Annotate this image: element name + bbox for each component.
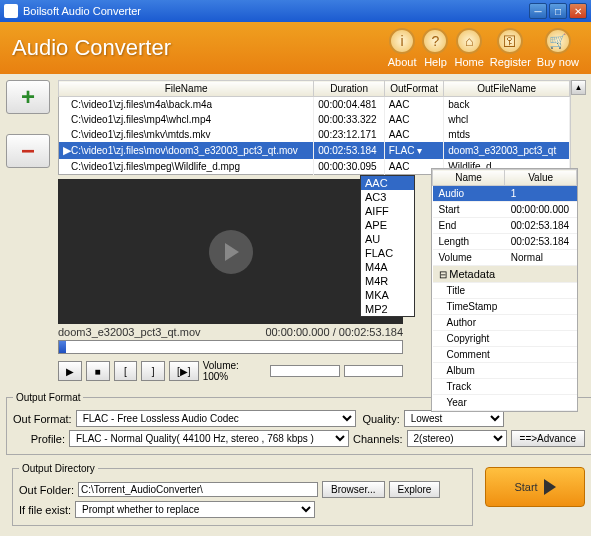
col-outfilename[interactable]: OutFileName <box>444 81 570 97</box>
mark-out-button[interactable]: ] <box>141 361 165 381</box>
browser-button[interactable]: Browser... <box>322 481 384 498</box>
stop-button[interactable]: ■ <box>86 361 110 381</box>
header-register-button[interactable]: ⚿Register <box>490 28 531 68</box>
table-scrollbar[interactable]: ▲ <box>570 80 585 175</box>
col-filename[interactable]: FileName <box>59 81 314 97</box>
maximize-button[interactable]: □ <box>549 3 567 19</box>
advance-button[interactable]: ==>Advance <box>511 430 585 447</box>
titlebar-text: Boilsoft Audio Converter <box>23 5 529 17</box>
format-option[interactable]: AU <box>361 232 414 246</box>
play-overlay-icon[interactable] <box>209 230 253 274</box>
prop-row[interactable]: Comment <box>433 347 577 363</box>
explore-button[interactable]: Explore <box>389 481 441 498</box>
table-row[interactable]: C:\video1\zj.files\m4a\back.m4a00:00:04.… <box>59 97 570 113</box>
table-row[interactable]: C:\video1\zj.files\mp4\whcl.mp400:00:33.… <box>59 112 570 127</box>
outfolder-input[interactable] <box>78 482 318 497</box>
quality-label: Quality: <box>360 413 400 425</box>
prop-group-metadata[interactable]: ⊟ Metadata <box>433 266 577 283</box>
add-file-button[interactable]: + <box>6 80 50 114</box>
current-file-label: doom3_e32003_pct3_qt.mov <box>58 326 201 338</box>
minimize-button[interactable]: ─ <box>529 3 547 19</box>
home-icon: ⌂ <box>456 28 482 54</box>
prop-row-volume[interactable]: VolumeNormal <box>433 250 577 266</box>
start-arrow-icon <box>544 479 556 495</box>
outfolder-label: Out Folder: <box>19 484 74 496</box>
prop-row-audio[interactable]: Audio1 <box>433 186 577 202</box>
prop-row[interactable]: Year <box>433 395 577 411</box>
prop-row[interactable]: Copyright <box>433 331 577 347</box>
header-help-button[interactable]: ?Help <box>422 28 448 68</box>
close-button[interactable]: ✕ <box>569 3 587 19</box>
range-button[interactable]: [▶] <box>169 361 199 381</box>
register-icon: ⚿ <box>497 28 523 54</box>
volume-label: Volume: 100% <box>203 360 267 382</box>
props-col-value[interactable]: Value <box>505 170 577 186</box>
format-option[interactable]: AC3 <box>361 190 414 204</box>
titlebar[interactable]: Boilsoft Audio Converter ─ □ ✕ <box>0 0 591 22</box>
prop-row-start[interactable]: Start00:00:00.000 <box>433 202 577 218</box>
file-exist-label: If file exist: <box>19 504 71 516</box>
format-option[interactable]: APE <box>361 218 414 232</box>
video-preview[interactable] <box>58 179 403 324</box>
progress-bar[interactable] <box>58 340 403 354</box>
help-icon: ? <box>422 28 448 54</box>
app-title: Audio Converter <box>12 35 388 61</box>
format-option[interactable]: AIFF <box>361 204 414 218</box>
col-duration[interactable]: Duration <box>314 81 385 97</box>
buy now-icon: 🛒 <box>545 28 571 54</box>
prop-row-length[interactable]: Length00:02:53.184 <box>433 234 577 250</box>
output-format-legend: Output Format <box>13 392 83 403</box>
about-icon: i <box>389 28 415 54</box>
prop-row[interactable]: Author <box>433 315 577 331</box>
format-option[interactable]: MKA <box>361 288 414 302</box>
table-row[interactable]: ▶C:\video1\zj.files\mov\doom3_e32003_pct… <box>59 142 570 159</box>
outformat-select[interactable]: FLAC - Free Lossless Audio Codec <box>76 410 356 427</box>
file-exist-select[interactable]: Prompt whether to replace <box>75 501 315 518</box>
remove-file-button[interactable]: − <box>6 134 50 168</box>
volume-meter <box>344 365 403 377</box>
format-dropdown[interactable]: AACAC3AIFFAPEAUFLACM4AM4RMKAMP2 <box>360 175 415 317</box>
scroll-up-icon[interactable]: ▲ <box>571 80 586 95</box>
file-table[interactable]: FileName Duration OutFormat OutFileName … <box>58 80 570 175</box>
output-directory-group: Output Directory Out Folder: Browser... … <box>12 463 473 526</box>
format-option[interactable]: AAC <box>361 176 414 190</box>
header: Audio Converter iAbout?Help⌂Home⚿Registe… <box>0 22 591 74</box>
col-outformat[interactable]: OutFormat <box>384 81 443 97</box>
prop-row[interactable]: Track <box>433 379 577 395</box>
play-button[interactable]: ▶ <box>58 361 82 381</box>
props-col-name[interactable]: Name <box>433 170 505 186</box>
format-option[interactable]: FLAC <box>361 246 414 260</box>
prop-row[interactable]: Album <box>433 363 577 379</box>
time-label: 00:00:00.000 / 00:02:53.184 <box>265 326 403 338</box>
format-option[interactable]: M4R <box>361 274 414 288</box>
mark-in-button[interactable]: [ <box>114 361 138 381</box>
start-button[interactable]: Start <box>485 467 585 507</box>
format-option[interactable]: MP2 <box>361 302 414 316</box>
quality-select[interactable]: Lowest <box>404 410 504 427</box>
profile-select[interactable]: FLAC - Normal Quality( 44100 Hz, stereo … <box>69 430 349 447</box>
table-row[interactable]: C:\video1\zj.files\mkv\mtds.mkv00:23:12.… <box>59 127 570 142</box>
prop-row[interactable]: TimeStamp <box>433 299 577 315</box>
channels-label: Channels: <box>353 433 403 445</box>
header-buy-now-button[interactable]: 🛒Buy now <box>537 28 579 68</box>
outformat-label: Out Format: <box>13 413 72 425</box>
header-about-button[interactable]: iAbout <box>388 28 417 68</box>
properties-panel[interactable]: NameValue Audio1 Start00:00:00.000 End00… <box>431 168 578 412</box>
prop-row-end[interactable]: End00:02:53.184 <box>433 218 577 234</box>
volume-slider[interactable] <box>270 365 339 377</box>
profile-label: Profile: <box>13 433 65 445</box>
app-icon <box>4 4 18 18</box>
header-home-button[interactable]: ⌂Home <box>454 28 483 68</box>
prop-row[interactable]: Title <box>433 283 577 299</box>
format-option[interactable]: M4A <box>361 260 414 274</box>
channels-select[interactable]: 2(stereo) <box>407 430 507 447</box>
output-directory-legend: Output Directory <box>19 463 98 474</box>
